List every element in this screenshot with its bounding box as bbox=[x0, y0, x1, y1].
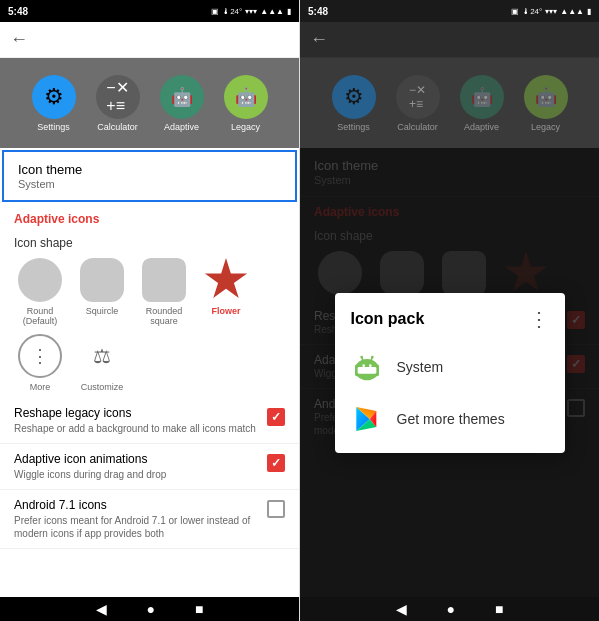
shape-circle-icon bbox=[18, 258, 62, 302]
nav-back-left[interactable]: ◀ bbox=[96, 601, 107, 617]
toggle-animations[interactable]: Adaptive icon animations Wiggle icons du… bbox=[0, 444, 299, 490]
temp-icon-r: 🌡24° bbox=[522, 7, 542, 16]
dialog-title: Icon pack bbox=[351, 310, 425, 328]
settings-content-left: Icon theme System Adaptive icons Icon sh… bbox=[0, 148, 299, 597]
toggle-animations-title: Adaptive icon animations bbox=[14, 452, 259, 466]
settings-icon-symbol-r: ⚙ bbox=[344, 84, 364, 110]
shape-rounded-square[interactable]: Rounded square bbox=[138, 258, 190, 326]
legacy-icon-symbol: 🤖 bbox=[235, 86, 257, 108]
back-button-right[interactable]: ← bbox=[310, 29, 328, 50]
toggle-reshape-title: Reshape legacy icons bbox=[14, 406, 259, 420]
shape-customize-label: Customize bbox=[81, 382, 124, 392]
time-right: 5:48 bbox=[308, 6, 328, 17]
nav-home-right[interactable]: ● bbox=[447, 601, 455, 617]
adaptive-icon-circle-r: 🤖 bbox=[460, 75, 504, 119]
battery-icon-r: ▮ bbox=[587, 7, 591, 16]
toggle-reshape[interactable]: Reshape legacy icons Reshape or add a ba… bbox=[0, 398, 299, 444]
adaptive-icon-label: Adaptive bbox=[164, 122, 199, 132]
dialog-item-system-label: System bbox=[397, 359, 444, 375]
icon-shape-label: Icon shape bbox=[14, 236, 285, 250]
icon-shapes-row: Round (Default) Squircle Rounded square … bbox=[14, 258, 285, 326]
settings-icon-label: Settings bbox=[37, 122, 70, 132]
dialog-item-get-more-label: Get more themes bbox=[397, 411, 505, 427]
adaptive-icon-symbol-r: 🤖 bbox=[471, 86, 493, 108]
sim-icon-r: ▣ bbox=[511, 7, 519, 16]
app-icon-adaptive: 🤖 Adaptive bbox=[160, 75, 204, 132]
shape-rounded-square-label: Rounded square bbox=[146, 306, 183, 326]
shape-round-label: Round (Default) bbox=[23, 306, 58, 326]
shape-more[interactable]: ⋮ More bbox=[14, 334, 66, 392]
icon-shape-section: Icon shape Round (Default) Squircle Roun… bbox=[0, 230, 299, 398]
shape-flower-icon bbox=[204, 258, 248, 302]
dialog-item-get-more[interactable]: Get more themes bbox=[335, 393, 565, 445]
app-icon-adaptive-r: 🤖 Adaptive bbox=[460, 75, 504, 132]
toggle-android71-text: Android 7.1 icons Prefer icons meant for… bbox=[14, 498, 259, 540]
legacy-icon-symbol-r: 🤖 bbox=[535, 86, 557, 108]
adaptive-icons-header: Adaptive icons bbox=[0, 204, 299, 230]
dialog-item-system[interactable]: System bbox=[335, 341, 565, 393]
play-store-icon bbox=[351, 403, 383, 435]
toggle-android71[interactable]: Android 7.1 icons Prefer icons meant for… bbox=[0, 490, 299, 549]
toggle-android71-checkbox[interactable] bbox=[267, 500, 285, 518]
back-button-left[interactable]: ← bbox=[10, 29, 28, 50]
toggle-reshape-checkbox[interactable] bbox=[267, 408, 285, 426]
adaptive-icon-symbol: 🤖 bbox=[171, 86, 193, 108]
adaptive-icon-circle: 🤖 bbox=[160, 75, 204, 119]
legacy-icon-label: Legacy bbox=[231, 122, 260, 132]
status-icons-right: ▣ 🌡24° ▾▾▾ ▲▲▲ ▮ bbox=[511, 7, 591, 16]
app-icon-calculator-r: −✕+≡ Calculator bbox=[396, 75, 440, 132]
dialog-header: Icon pack ⋮ bbox=[335, 293, 565, 341]
shape-squircle-icon bbox=[80, 258, 124, 302]
shape-flower[interactable]: Flower bbox=[200, 258, 252, 326]
app-icon-settings-r: ⚙ Settings bbox=[332, 75, 376, 132]
play-icon-wrapper bbox=[351, 403, 383, 435]
icon-theme-value: System bbox=[18, 178, 281, 190]
signal-icon-r: ▲▲▲ bbox=[560, 7, 584, 16]
icon-theme-item[interactable]: Icon theme System bbox=[2, 150, 297, 202]
settings-icon-symbol: ⚙ bbox=[44, 84, 64, 110]
calculator-icon-label: Calculator bbox=[97, 122, 138, 132]
status-icons-left: ▣ 🌡24° ▾▾▾ ▲▲▲ ▮ bbox=[211, 7, 291, 16]
shape-flower-label: Flower bbox=[211, 306, 240, 316]
shape-customize[interactable]: ⚖ Customize bbox=[76, 334, 128, 392]
nav-back-right[interactable]: ◀ bbox=[396, 601, 407, 617]
left-panel: 5:48 ▣ 🌡24° ▾▾▾ ▲▲▲ ▮ ← ⚙ Settings −✕+≡ … bbox=[0, 0, 299, 621]
shape-squircle[interactable]: Squircle bbox=[76, 258, 128, 326]
nav-recents-right[interactable]: ■ bbox=[495, 601, 503, 617]
dialog-overlay: Icon pack ⋮ bbox=[300, 148, 599, 597]
svg-point-8 bbox=[371, 355, 374, 358]
app-icons-preview-left: ⚙ Settings −✕+≡ Calculator 🤖 Adaptive 🤖 … bbox=[0, 58, 299, 148]
legacy-icon-label-r: Legacy bbox=[531, 122, 560, 132]
nav-recents-left[interactable]: ■ bbox=[195, 601, 203, 617]
system-icon-wrapper bbox=[351, 351, 383, 383]
shape-customize-icon: ⚖ bbox=[80, 334, 124, 378]
wifi-icon-r: ▾▾▾ bbox=[545, 7, 557, 16]
toggle-animations-checkbox[interactable] bbox=[267, 454, 285, 472]
calculator-icon-circle: −✕+≡ bbox=[96, 75, 140, 119]
shape-more-icon: ⋮ bbox=[18, 334, 62, 378]
legacy-icon-circle: 🤖 bbox=[224, 75, 268, 119]
time-left: 5:48 bbox=[8, 6, 28, 17]
nav-bar-right: ◀ ● ■ bbox=[300, 597, 599, 621]
settings-icon-circle-r: ⚙ bbox=[332, 75, 376, 119]
shape-rounded-square-icon bbox=[142, 258, 186, 302]
shape-round[interactable]: Round (Default) bbox=[14, 258, 66, 326]
app-icon-legacy: 🤖 Legacy bbox=[224, 75, 268, 132]
nav-home-left[interactable]: ● bbox=[147, 601, 155, 617]
top-bar-right: ← bbox=[300, 22, 599, 58]
app-icon-legacy-r: 🤖 Legacy bbox=[524, 75, 568, 132]
status-bar-left: 5:48 ▣ 🌡24° ▾▾▾ ▲▲▲ ▮ bbox=[0, 0, 299, 22]
toggle-reshape-text: Reshape legacy icons Reshape or add a ba… bbox=[14, 406, 259, 435]
app-icon-calculator: −✕+≡ Calculator bbox=[96, 75, 140, 132]
toggle-animations-text: Adaptive icon animations Wiggle icons du… bbox=[14, 452, 259, 481]
top-bar-left: ← bbox=[0, 22, 299, 58]
shape-more-label: More bbox=[30, 382, 51, 392]
nav-bar-left: ◀ ● ■ bbox=[0, 597, 299, 621]
shape-squircle-label: Squircle bbox=[86, 306, 119, 316]
android-icon bbox=[351, 351, 383, 383]
svg-point-3 bbox=[362, 364, 365, 367]
adaptive-icon-label-r: Adaptive bbox=[464, 122, 499, 132]
calculator-icon-symbol-r: −✕+≡ bbox=[409, 83, 426, 111]
calculator-icon-label-r: Calculator bbox=[397, 122, 438, 132]
dialog-menu-icon[interactable]: ⋮ bbox=[529, 307, 549, 331]
